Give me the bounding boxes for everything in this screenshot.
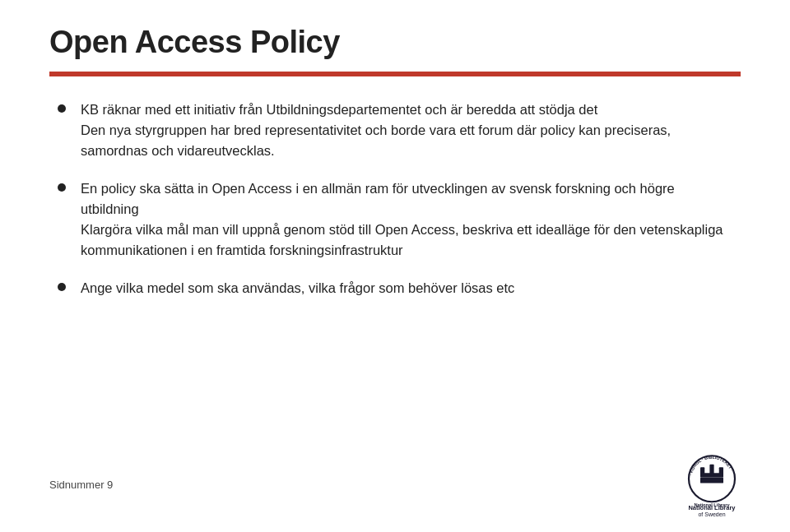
bullet-dot-1 <box>58 104 66 113</box>
svg-rect-4 <box>719 467 723 474</box>
logo-text-line1: National Library <box>688 504 735 511</box>
bullet-text-1: KB räknar med ett initiativ från Utbildn… <box>81 99 732 160</box>
logo-text-line2: of Sweden <box>698 511 725 517</box>
accent-bar <box>49 72 741 76</box>
bullet-item-2: En policy ska sätta in Open Access i en … <box>58 178 732 260</box>
svg-rect-2 <box>700 467 704 474</box>
page-number: Sidnummer 9 <box>49 479 113 491</box>
bullet-dot-3 <box>58 283 66 291</box>
bullet-item-1: KB räknar med ett initiativ från Utbildn… <box>58 99 732 160</box>
page-title: Open Access Policy <box>49 25 741 60</box>
page-container: Open Access Policy KB räknar med ett ini… <box>0 0 790 532</box>
svg-rect-5 <box>700 478 723 483</box>
svg-rect-3 <box>709 465 713 474</box>
bullet-list: KB räknar med ett initiativ från Utbildn… <box>58 99 732 298</box>
footer: Sidnummer 9 <box>0 451 790 517</box>
bullet-text-2: En policy ska sätta in Open Access i en … <box>81 178 732 260</box>
bullet-item-3: Ange vilka medel som ska användas, vilka… <box>58 278 732 298</box>
bullet-text-3: Ange vilka medel som ska användas, vilka… <box>81 278 732 298</box>
kb-logo-svg: · KUNGL · BIBLIOTEKET · National Library… <box>683 451 741 509</box>
content-area: KB räknar med ett initiativ från Utbildn… <box>49 99 741 298</box>
kb-logo: · KUNGL · BIBLIOTEKET · National Library… <box>683 451 741 517</box>
bullet-dot-2 <box>58 183 66 192</box>
